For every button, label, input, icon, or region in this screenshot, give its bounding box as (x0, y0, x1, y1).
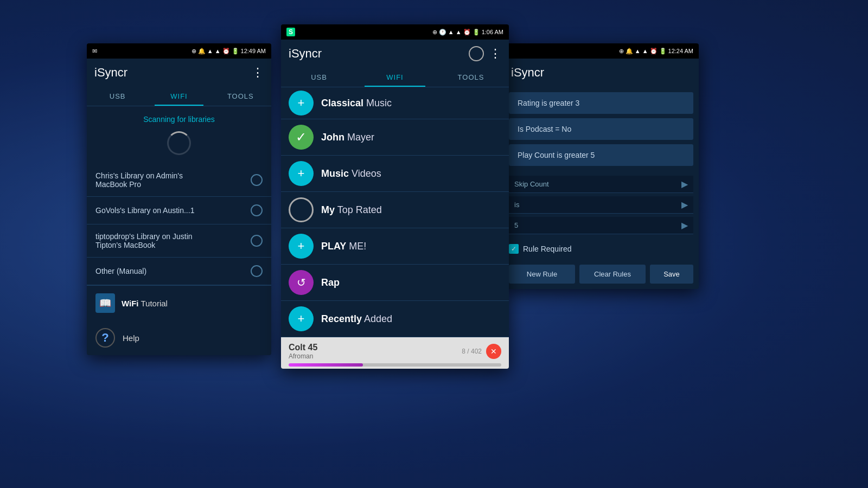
rule-field-skipcount[interactable]: Skip Count ▶ (509, 176, 693, 193)
playlist-name-toprated: My Top Rated (321, 204, 501, 216)
wifi-icon: ▲ (207, 48, 213, 54)
alarm-icon: ⏰ (222, 48, 230, 55)
tabs-left: USB WIFI TOOLS (87, 87, 271, 106)
wifi-tutorial-label: WiFi Tutorial (122, 299, 168, 308)
library-name-other: Other (Manual) (95, 267, 146, 275)
clock-icon-c: 🕐 (439, 29, 446, 36)
app-title-right: iSyncr (511, 66, 544, 80)
now-playing-title: Colt 45 (289, 343, 317, 352)
stop-button[interactable]: ✕ (486, 344, 501, 359)
library-item-2[interactable]: GoVols's Library on Austin...1 (87, 197, 271, 224)
status-bar-center-left: S (286, 28, 295, 36)
playlist-list: ✓ John Mayer + Music Videos My Top Rated… (281, 119, 509, 337)
rule-field-is[interactable]: is ▶ (509, 196, 693, 214)
library-item-1[interactable]: Chris's Library on Admin'sMacBook Pro (87, 164, 271, 197)
notif-icon-r: 🔔 (626, 48, 633, 55)
overflow-menu-center[interactable]: ⋮ (489, 47, 501, 61)
playlist-icon-rap: ↺ (289, 270, 314, 295)
notification-icon: 🔔 (198, 48, 206, 55)
wifi-icon-r: ▲ (635, 48, 641, 54)
tab-usb-left[interactable]: USB (87, 87, 148, 106)
tab-wifi-center[interactable]: WIFI (357, 68, 433, 87)
signal-icon-r: ⊕ (619, 48, 624, 55)
wifi-icon-c: ▲ (448, 29, 454, 35)
checkbox-label: Rule Required (523, 245, 572, 253)
field-value: 5 (514, 221, 518, 229)
help-row[interactable]: ? Help (87, 320, 271, 355)
library-list: Chris's Library on Admin'sMacBook Pro Go… (87, 164, 271, 285)
checkbox-required[interactable]: ✓ (509, 244, 519, 254)
playlist-icon-musicvideos: + (289, 161, 314, 186)
tab-usb-center[interactable]: USB (281, 68, 357, 87)
app-title-left: iSyncr (94, 66, 127, 80)
progress-bar (289, 363, 501, 367)
time-left: 12:49 AM (241, 48, 266, 54)
radio-button-3[interactable] (251, 235, 263, 247)
playlist-item-playme[interactable]: + PLAY ME! (281, 228, 509, 265)
library-name-2: GoVols's Library on Austin...1 (95, 206, 194, 215)
header-icons-left: ⋮ (252, 66, 264, 80)
signal-icon-c: ⊕ (432, 29, 437, 36)
tab-tools-left[interactable]: TOOLS (210, 87, 271, 106)
library-name-3: tiptopdrop's Library on JustinTipton's M… (95, 232, 193, 249)
rule-item-podcast[interactable]: Is Podcast = No (509, 118, 693, 140)
s-icon: S (286, 28, 295, 36)
signal-icon: ⊕ (192, 48, 196, 55)
playlist-item-johnmayer[interactable]: ✓ John Mayer (281, 119, 509, 156)
action-bar: New Rule Clear Rules Save (503, 259, 699, 289)
bars-icon-c: ▲ (456, 29, 462, 35)
playlist-item-recently[interactable]: + Recently Added (281, 301, 509, 337)
center-panel: S ⊕ 🕐 ▲ ▲ ⏰ 🔋 1:06 AM iSyncr ⋮ USB WIFI … (281, 24, 509, 369)
wifi-tutorial-row[interactable]: 📖 WiFi Tutorial (87, 285, 271, 320)
field-label-skipcount: Skip Count (514, 180, 549, 188)
time-right: 12:24 AM (668, 48, 693, 54)
playlist-item-rap[interactable]: ↺ Rap (281, 265, 509, 301)
left-panel: ✉ ⊕ 🔔 ▲ ▲ ⏰ 🔋 12:49 AM iSyncr ⋮ USB WIFI… (87, 43, 271, 355)
rule-item-rating[interactable]: Rating is greater 3 (509, 92, 693, 114)
playlist-name-classical: Classical Music (321, 98, 501, 109)
rule-field-value[interactable]: 5 ▶ (509, 217, 693, 234)
clear-rules-button[interactable]: Clear Rules (579, 265, 646, 284)
status-bar-right: ⊕ 🔔 ▲ ▲ ⏰ 🔋 12:24 AM (503, 43, 699, 59)
playlist-item-partial[interactable]: + Classical Music (281, 87, 509, 119)
library-item-other[interactable]: Other (Manual) (87, 258, 271, 285)
playlist-name-rap: Rap (321, 277, 501, 288)
new-rule-button[interactable]: New Rule (509, 265, 575, 284)
playlist-item-musicvideos[interactable]: + Music Videos (281, 156, 509, 192)
battery-icon-r: 🔋 (659, 48, 667, 55)
rule-fields: Skip Count ▶ is ▶ 5 ▶ (503, 171, 699, 239)
playlist-icon-johnmayer: ✓ (289, 125, 314, 150)
tab-wifi-left[interactable]: WIFI (148, 87, 209, 106)
now-playing-top: Colt 45 Afroman 8 / 402 ✕ (289, 343, 501, 360)
rule-required-row[interactable]: ✓ Rule Required (503, 239, 699, 259)
radio-button-other[interactable] (251, 265, 263, 277)
sync-button[interactable] (469, 46, 484, 61)
scanning-section: Scanning for libraries (87, 106, 271, 164)
library-item-3[interactable]: tiptopdrop's Library on JustinTipton's M… (87, 224, 271, 258)
now-playing-bar: Colt 45 Afroman 8 / 402 ✕ (281, 337, 509, 369)
tab-tools-center[interactable]: TOOLS (433, 68, 509, 87)
alarm-icon-c: ⏰ (463, 29, 471, 36)
field-label-is: is (514, 201, 519, 209)
app-title-center: iSyncr (289, 47, 322, 61)
radio-button-2[interactable] (251, 204, 263, 216)
battery-icon: 🔋 (232, 48, 239, 55)
overflow-menu-left[interactable]: ⋮ (252, 66, 264, 80)
app-header-right: iSyncr (503, 59, 699, 87)
alarm-icon-r: ⏰ (650, 48, 658, 55)
status-bar-center-right: ⊕ 🕐 ▲ ▲ ⏰ 🔋 1:06 AM (432, 29, 503, 36)
help-icon: ? (95, 328, 115, 348)
save-button[interactable]: Save (650, 265, 693, 284)
right-panel: ⊕ 🔔 ▲ ▲ ⏰ 🔋 12:24 AM iSyncr Rating is gr… (503, 43, 699, 289)
status-bar-right-left: ⊕ 🔔 ▲ ▲ ⏰ 🔋 12:49 AM (192, 48, 266, 55)
playlist-name-musicvideos: Music Videos (321, 168, 501, 179)
playlist-icon-playme: + (289, 234, 314, 259)
app-header-left: iSyncr ⋮ (87, 59, 271, 87)
time-center: 1:06 AM (482, 29, 503, 35)
playlist-item-toprated[interactable]: My Top Rated (281, 192, 509, 228)
rules-list: Rating is greater 3 Is Podcast = No Play… (503, 87, 699, 171)
field-arrow-1: ▶ (681, 179, 688, 189)
rule-item-playcount[interactable]: Play Count is greater 5 (509, 144, 693, 166)
radio-button-1[interactable] (251, 174, 263, 186)
loading-spinner (167, 131, 191, 155)
